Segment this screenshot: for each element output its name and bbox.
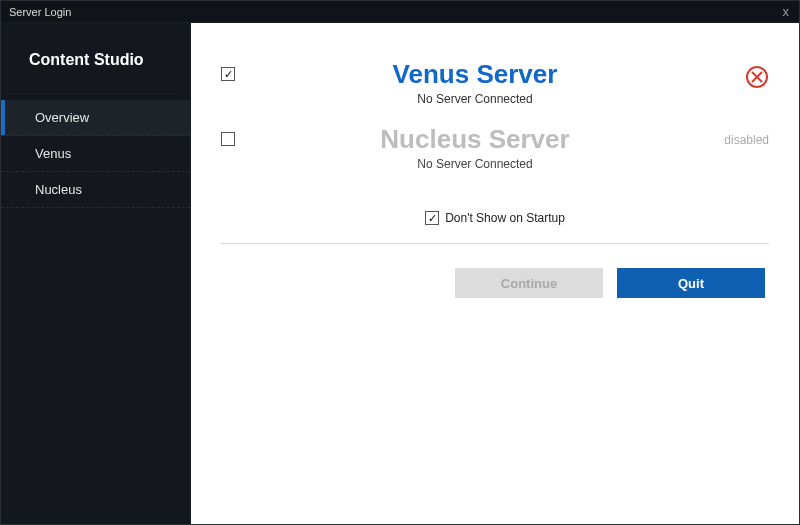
sidebar: Content Studio Overview Venus Nucleus <box>1 23 191 524</box>
sidebar-item-label: Overview <box>35 110 89 125</box>
server-title: Nucleus Server <box>261 124 689 155</box>
quit-button[interactable]: Quit <box>617 268 765 298</box>
separator <box>221 243 769 244</box>
continue-button: Continue <box>455 268 603 298</box>
server-row-nucleus: Nucleus Server No Server Connected disab… <box>221 116 769 171</box>
server-list: Venus Server No Server Connected Nucleus… <box>221 51 769 171</box>
server-row-venus: Venus Server No Server Connected <box>221 51 769 106</box>
brand-title: Content Studio <box>1 23 190 93</box>
content-pane: Venus Server No Server Connected Nucleus… <box>191 23 799 524</box>
sidebar-item-overview[interactable]: Overview <box>1 100 190 136</box>
error-icon <box>745 65 769 93</box>
disabled-label: disabled <box>724 133 769 147</box>
startup-checkbox[interactable] <box>425 211 439 225</box>
login-window: Server Login x Content Studio Overview V… <box>0 0 800 525</box>
server-info: Venus Server No Server Connected <box>261 59 689 106</box>
sidebar-item-nucleus[interactable]: Nucleus <box>1 172 190 208</box>
sidebar-item-venus[interactable]: Venus <box>1 136 190 172</box>
titlebar: Server Login x <box>1 1 799 23</box>
server-checkbox-nucleus[interactable] <box>221 132 235 146</box>
server-right-cell: disabled <box>699 124 769 148</box>
sidebar-item-label: Venus <box>35 146 71 161</box>
startup-option: Don't Show on Startup <box>221 211 769 225</box>
startup-label: Don't Show on Startup <box>445 211 565 225</box>
server-info: Nucleus Server No Server Connected <box>261 124 689 171</box>
server-checkbox-venus[interactable] <box>221 67 235 81</box>
server-status: No Server Connected <box>261 92 689 106</box>
server-right-cell <box>699 59 769 93</box>
server-title: Venus Server <box>261 59 689 90</box>
server-status: No Server Connected <box>261 157 689 171</box>
close-icon[interactable]: x <box>779 4 794 19</box>
button-row: Continue Quit <box>221 268 769 298</box>
sidebar-item-label: Nucleus <box>35 182 82 197</box>
sidebar-divider <box>9 93 182 94</box>
window-title: Server Login <box>9 6 71 18</box>
window-body: Content Studio Overview Venus Nucleus <box>1 23 799 524</box>
sidebar-nav: Overview Venus Nucleus <box>1 100 190 208</box>
